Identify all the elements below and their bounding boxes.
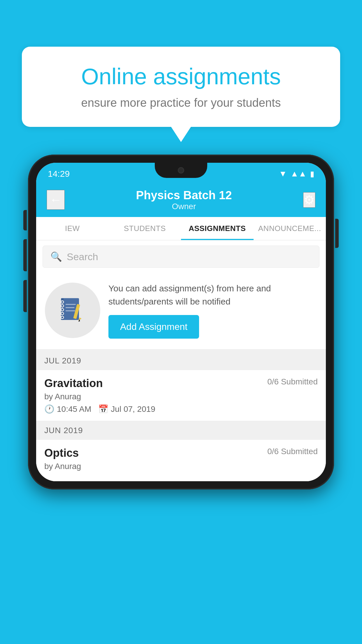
battery-icon: ▮	[310, 169, 314, 178]
notebook-icon	[57, 294, 89, 326]
info-description: You can add assignment(s) from here and …	[108, 282, 317, 308]
tab-iew-label: IEW	[65, 224, 80, 233]
search-container: 🔍 Search	[36, 240, 326, 273]
power-button	[335, 219, 339, 248]
bubble-subtitle: ensure more practice for your students	[42, 96, 320, 109]
tab-assignments-label: ASSIGNMENTS	[189, 224, 246, 233]
assignment-time: 10:45 AM	[57, 405, 91, 414]
assignment-meta-gravitation: 🕐 10:45 AM 📅 Jul 07, 2019	[44, 404, 318, 414]
svg-rect-8	[66, 307, 75, 308]
tabs-container: IEW STUDENTS ASSIGNMENTS ANNOUNCEME...	[36, 217, 326, 240]
notch	[155, 163, 207, 178]
wifi-icon: ▼	[279, 169, 287, 178]
assignment-date: Jul 07, 2019	[111, 405, 155, 414]
phone-screen: 14:29 ▼ ▲▲ ▮ ← Physics Batch 12 Owner ⚙	[36, 163, 326, 481]
assignment-submitted-gravitation: 0/6 Submitted	[267, 377, 318, 386]
tab-assignments[interactable]: ASSIGNMENTS	[181, 217, 254, 240]
app-bar-title-container: Physics Batch 12 Owner	[136, 189, 232, 211]
tab-students[interactable]: STUDENTS	[109, 217, 181, 240]
clock-icon: 🕐	[44, 404, 55, 414]
phone-outer-shell: 14:29 ▼ ▲▲ ▮ ← Physics Batch 12 Owner ⚙	[28, 155, 334, 489]
calendar-icon: 📅	[98, 404, 108, 414]
svg-rect-7	[66, 304, 76, 305]
volume-up-button	[23, 239, 27, 271]
search-icon: 🔍	[50, 251, 62, 262]
tab-iew[interactable]: IEW	[36, 217, 109, 240]
signal-icon: ▲▲	[291, 169, 307, 178]
assignment-name-gravitation: Gravitation	[44, 377, 103, 390]
speech-bubble: Online assignments ensure more practice …	[22, 47, 340, 127]
search-bar[interactable]: 🔍 Search	[43, 246, 319, 268]
assignment-submitted-optics: 0/6 Submitted	[267, 447, 318, 456]
search-placeholder: Search	[67, 251, 98, 262]
info-text-area: You can add assignment(s) from here and …	[108, 282, 317, 339]
assignment-item-gravitation[interactable]: Gravitation 0/6 Submitted by Anurag 🕐 10…	[36, 370, 326, 421]
status-icons: ▼ ▲▲ ▮	[279, 169, 314, 178]
assignment-name-optics: Optics	[44, 447, 79, 459]
meta-time: 🕐 10:45 AM	[44, 404, 91, 414]
speech-bubble-container: Online assignments ensure more practice …	[22, 47, 340, 127]
app-bar: ← Physics Batch 12 Owner ⚙	[36, 183, 326, 217]
silent-switch	[23, 210, 27, 230]
notebook-icon-wrap	[45, 283, 100, 338]
assignment-item-optics[interactable]: Optics 0/6 Submitted by Anurag	[36, 440, 326, 481]
assignment-by-optics: by Anurag	[44, 462, 318, 471]
assignment-row-top-optics: Optics 0/6 Submitted	[44, 447, 318, 459]
camera	[178, 167, 184, 174]
meta-date: 📅 Jul 07, 2019	[98, 404, 155, 414]
settings-button[interactable]: ⚙	[303, 192, 315, 208]
assignment-by-gravitation: by Anurag	[44, 392, 318, 401]
svg-rect-9	[66, 310, 75, 311]
section-header-jul-2019: JUL 2019	[36, 351, 326, 370]
status-time: 14:29	[48, 169, 70, 179]
info-card: You can add assignment(s) from here and …	[36, 273, 326, 351]
phone-device: 14:29 ▼ ▲▲ ▮ ← Physics Batch 12 Owner ⚙	[28, 155, 334, 489]
back-button[interactable]: ←	[47, 190, 65, 210]
section-label-jun: JUN 2019	[44, 426, 83, 435]
section-label-jul: JUL 2019	[44, 356, 81, 365]
app-bar-subtitle: Owner	[136, 202, 232, 211]
app-bar-title: Physics Batch 12	[136, 189, 232, 202]
section-header-jun-2019: JUN 2019	[36, 421, 326, 440]
volume-down-button	[23, 280, 27, 312]
bubble-title: Online assignments	[42, 64, 320, 89]
tab-students-label: STUDENTS	[124, 224, 166, 233]
tab-announcements-label: ANNOUNCEME...	[258, 224, 321, 233]
tab-announcements[interactable]: ANNOUNCEME...	[254, 217, 326, 240]
assignment-row-top: Gravitation 0/6 Submitted	[44, 377, 318, 390]
add-assignment-button[interactable]: Add Assignment	[108, 315, 199, 339]
